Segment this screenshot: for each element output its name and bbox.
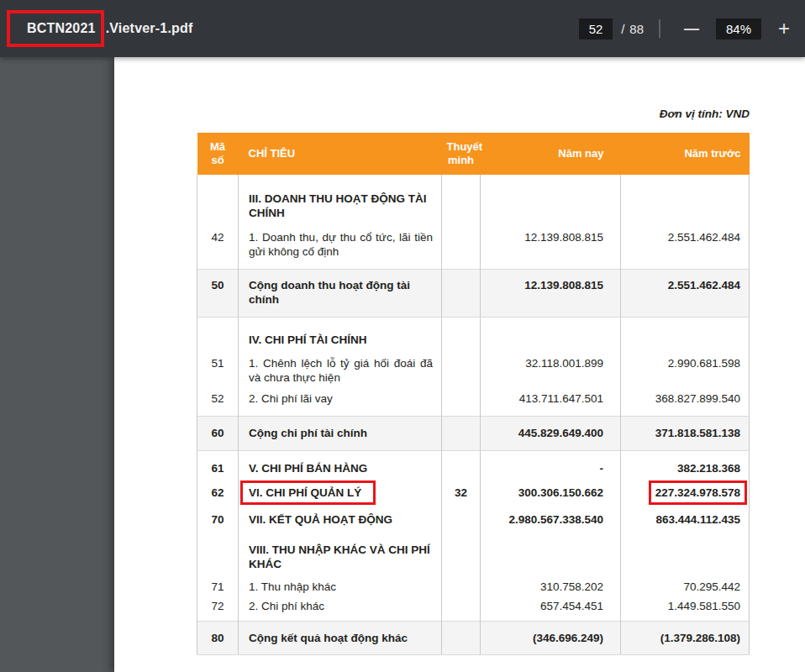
table-header-row: Mã số CHỈ TIÊU Thuyết minh Năm nay Năm t… [197, 133, 750, 175]
red-annotation-box: VI. CHI PHÍ QUẢN LÝ [240, 480, 376, 505]
cell-thuyet-minh [442, 350, 481, 386]
table-row: 42 1. Doanh thu, dự thu cổ tức, lãi tiền… [197, 227, 750, 270]
cell-thuyet-minh [442, 175, 481, 227]
cell-chi-tieu: 1. Doanh thu, dự thu cổ tức, lãi tiền gử… [239, 227, 442, 270]
cell-ma-so: 50 [197, 270, 239, 318]
pdf-page: Đơn vị tính: VND Mã số CHỈ TIÊU Thuyết m… [114, 57, 805, 672]
zoom-in-button[interactable]: + [773, 18, 795, 39]
cell-nam-truoc: 371.818.581.138 [621, 417, 750, 451]
cell-nam-nay: 413.711.647.501 [481, 386, 621, 417]
header-ma-so: Mã số [197, 133, 239, 175]
cell-chi-tieu: 2. Chi phí khác [239, 596, 442, 622]
document-title: BCTN2021 .Vietver-1.pdf [7, 10, 193, 47]
cell-thuyet-minh [442, 417, 481, 451]
cell-thuyet-minh [442, 270, 481, 318]
cell-nam-nay: - [481, 451, 621, 480]
cell-thuyet-minh [442, 532, 481, 575]
financial-table-container: Mã số CHỈ TIÊU Thuyết minh Năm nay Năm t… [197, 133, 749, 655]
table-row: 71 1. Thu nhập khác 310.758.202 70.295.4… [197, 575, 750, 596]
pdf-toolbar: BCTN2021 .Vietver-1.pdf 52 / 88 — 84% + [0, 0, 805, 57]
cell-ma-so: 61 [197, 451, 239, 480]
page-total: 88 [629, 22, 644, 36]
cell-thuyet-minh [442, 575, 481, 596]
table-row-subtotal: 60 Cộng chi phí tài chính 445.829.649.40… [197, 417, 750, 451]
cell-nam-nay: 2.980.567.338.540 [481, 506, 621, 532]
unit-note: Đơn vị tính: VND [660, 108, 750, 120]
cell-ma-so: 80 [197, 622, 239, 655]
cell-nam-truoc: 227.324.978.578 [621, 480, 750, 506]
cell-nam-nay: 300.306.150.662 [481, 480, 621, 506]
zoom-out-button[interactable]: — [679, 18, 704, 39]
cell-nam-nay: 310.758.202 [481, 575, 621, 596]
toolbar-controls: 52 / 88 — 84% + [579, 18, 795, 39]
page-number-input[interactable]: 52 [579, 18, 613, 39]
cell-thuyet-minh [442, 506, 481, 532]
highlighted-value: 227.324.978.578 [655, 486, 740, 499]
cell-ma-so: 70 [197, 506, 239, 532]
cell-ma-so: 72 [197, 596, 239, 622]
cell-nam-nay [481, 318, 621, 351]
financial-table: Mã số CHỈ TIÊU Thuyết minh Năm nay Năm t… [197, 133, 750, 655]
cell-ma-so: 42 [197, 227, 239, 270]
cell-thuyet-minh [442, 386, 481, 417]
cell-chi-tieu: V. CHI PHÍ BÁN HÀNG [239, 451, 442, 480]
table-row-subtotal: 80 Cộng kết quả hoạt động khác (346.696.… [197, 622, 750, 655]
cell-chi-tieu: Cộng kết quả hoạt động khác [239, 622, 442, 655]
document-title-rest: .Vietver-1.pdf [106, 21, 193, 36]
table-row-subtotal: 50 Cộng doanh thu hoạt động tài chính 12… [197, 270, 750, 318]
cell-chi-tieu: VII. KẾT QUẢ HOẠT ĐỘNG [239, 506, 442, 532]
highlighted-label: VI. CHI PHÍ QUẢN LÝ [249, 486, 361, 499]
cell-nam-truoc: 2.551.462.484 [621, 270, 750, 318]
cell-nam-truoc: 368.827.899.540 [621, 386, 750, 417]
cell-chi-tieu: III. DOANH THU HOẠT ĐỘNG TÀI CHÍNH [239, 175, 442, 227]
table-row: 72 2. Chi phí khác 657.454.451 1.449.581… [197, 596, 750, 622]
cell-nam-nay [481, 532, 621, 575]
header-chi-tieu: CHỈ TIÊU [239, 133, 442, 175]
cell-nam-truoc [621, 175, 750, 227]
cell-chi-tieu: VIII. THU NHẬP KHÁC VÀ CHI PHÍ KHÁC [239, 532, 442, 575]
cell-nam-truoc: 382.218.368 [621, 451, 750, 480]
cell-ma-so: 51 [197, 350, 239, 386]
table-row: 51 1. Chênh lệch lỗ tỷ giá hối đoái đã v… [197, 350, 750, 386]
header-nam-truoc: Năm trước [621, 133, 750, 175]
cell-nam-truoc: (1.379.286.108) [621, 622, 750, 655]
cell-ma-so [197, 532, 239, 575]
table-row: VIII. THU NHẬP KHÁC VÀ CHI PHÍ KHÁC [197, 532, 750, 575]
cell-nam-truoc [621, 532, 750, 575]
cell-nam-nay: 12.139.808.815 [481, 227, 621, 270]
red-annotation-box: 227.324.978.578 [649, 480, 747, 505]
cell-nam-nay: 32.118.001.899 [481, 350, 621, 386]
page-separator: / [621, 22, 624, 36]
table-row: III. DOANH THU HOẠT ĐỘNG TÀI CHÍNH [197, 175, 750, 227]
cell-nam-truoc: 2.990.681.598 [621, 350, 750, 386]
cell-chi-tieu: 1. Chênh lệch lỗ tỷ giá hối đoái đã và c… [239, 350, 442, 386]
cell-nam-truoc: 70.295.442 [621, 575, 750, 596]
pdf-viewer-area[interactable]: Đơn vị tính: VND Mã số CHỈ TIÊU Thuyết m… [0, 57, 805, 672]
cell-thuyet-minh [442, 227, 481, 270]
table-row: 52 2. Chi phí lãi vay 413.711.647.501 36… [197, 386, 750, 417]
cell-nam-nay: 445.829.649.400 [481, 417, 621, 451]
document-title-highlight: BCTN2021 [27, 21, 96, 35]
toolbar-divider [659, 19, 660, 38]
cell-nam-truoc: 2.551.462.484 [621, 227, 750, 270]
cell-thuyet-minh [442, 596, 481, 622]
cell-nam-nay: (346.696.249) [481, 622, 621, 655]
cell-nam-nay: 12.139.808.815 [481, 270, 621, 318]
zoom-level-indicator[interactable]: 84% [716, 18, 761, 39]
cell-ma-so: 62 [197, 480, 239, 506]
cell-thuyet-minh [442, 622, 481, 655]
cell-ma-so [197, 175, 239, 227]
cell-nam-truoc: 1.449.581.550 [621, 596, 750, 622]
cell-nam-truoc [621, 318, 750, 351]
cell-nam-truoc: 863.444.112.435 [621, 506, 750, 532]
cell-ma-so: 52 [197, 386, 239, 417]
cell-ma-so [197, 318, 239, 351]
cell-thuyet-minh [442, 451, 481, 480]
cell-nam-nay: 657.454.451 [481, 596, 621, 622]
table-row: 61 V. CHI PHÍ BÁN HÀNG - 382.218.368 [197, 451, 750, 480]
header-thuyet-minh: Thuyết minh [442, 133, 481, 175]
table-row-highlighted: 62 VI. CHI PHÍ QUẢN LÝ 32 300.306.150.66… [197, 480, 750, 506]
cell-chi-tieu: 1. Thu nhập khác [239, 575, 442, 596]
cell-chi-tieu: Cộng doanh thu hoạt động tài chính [239, 270, 442, 318]
cell-thuyet-minh [442, 318, 481, 351]
